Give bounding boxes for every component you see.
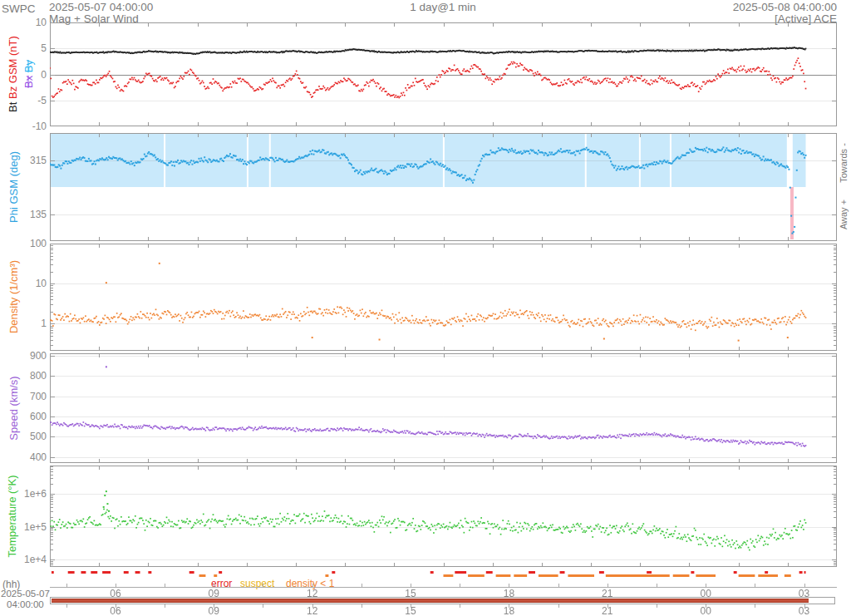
y-tick-label-speed: 700 <box>0 391 47 402</box>
hour-label-row2: 21 <box>593 605 622 616</box>
towards-sector-label: Towards - <box>839 143 849 183</box>
away-sector-label: Away + <box>839 200 849 229</box>
y-tick-label-speed: 900 <box>0 350 47 362</box>
y-tick-label-mag: 5 <box>0 42 47 54</box>
footer-start-time: 04:00:00 <box>7 599 44 609</box>
hour-label-row2: 06 <box>101 605 130 616</box>
y-tick-label-mag: -10 <box>0 121 47 132</box>
y-tick-label-temperature: 1e+6 <box>0 488 47 500</box>
panel-speed-plot-area[interactable] <box>50 353 837 463</box>
panel-temperature-plot-area[interactable] <box>50 466 837 567</box>
panel-density-plot-area[interactable] <box>50 244 837 351</box>
y-tick-label-speed: 500 <box>0 431 47 442</box>
y-tick-label-speed: 600 <box>0 411 47 422</box>
y-tick-label-mag: 0 <box>0 69 47 81</box>
footer-start-date: 2025-05-07 <box>1 589 50 599</box>
end-datetime: 2025-05-08 04:00:00 <box>733 1 837 13</box>
hour-label-row1: 09 <box>199 588 229 599</box>
hour-label-row2: 09 <box>199 605 229 616</box>
data-quality-flag-strip <box>50 571 837 579</box>
hour-label-row2: 00 <box>691 605 721 616</box>
y-tick-label-phi: 135 <box>0 209 47 220</box>
hour-label-row1: 15 <box>396 588 426 599</box>
hour-label-row1: 03 <box>790 588 819 599</box>
y-tick-label-speed: 400 <box>0 451 47 463</box>
y-tick-label-mag: -5 <box>0 95 47 106</box>
y-tick-label-density: 1 <box>0 318 47 329</box>
hour-label-row1: 06 <box>101 588 130 599</box>
panel-phi-plot-area[interactable] <box>50 133 837 241</box>
hour-label-row2: 12 <box>298 605 327 616</box>
hour-label-row1: 21 <box>593 588 622 599</box>
panel-mag-plot-area[interactable] <box>50 22 837 126</box>
hour-label-row1: 18 <box>494 588 524 599</box>
y-tick-label-mag: 10 <box>0 17 47 28</box>
y-tick-label-temperature: 1e+4 <box>0 554 47 565</box>
hour-label-row1: 00 <box>691 588 721 599</box>
hour-label-row2: 03 <box>790 605 819 616</box>
hour-label-row1: 12 <box>298 588 327 599</box>
y-tick-label-temperature: 1e+5 <box>0 521 47 533</box>
hour-label-row2: 15 <box>396 605 426 616</box>
y-tick-label-density: 10 <box>0 278 47 289</box>
y-tick-label-speed: 800 <box>0 370 47 382</box>
brand: SWPC <box>2 2 36 15</box>
hour-label-row2: 18 <box>494 605 524 616</box>
swpc-solar-wind-dashboard: SWPC 2025-05-07 04:00:00 1 day@1 min 202… <box>0 0 851 616</box>
y-tick-label-phi: 315 <box>0 155 47 166</box>
y-tick-label-density: 100 <box>0 238 47 249</box>
resolution-label: 1 day@1 min <box>343 1 543 13</box>
start-datetime: 2025-05-07 04:00:00 <box>49 1 153 13</box>
